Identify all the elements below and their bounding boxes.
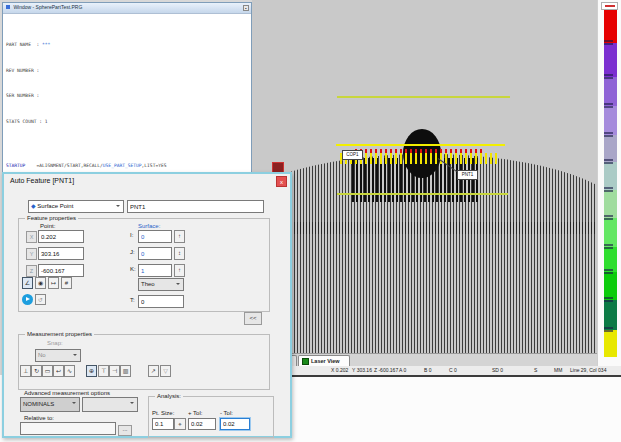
browse-button[interactable]: ... xyxy=(118,425,132,436)
filter-icon[interactable]: ▽ xyxy=(160,365,171,377)
pattern-grid-icon[interactable]: # xyxy=(61,277,72,289)
scan-point-cloud-field xyxy=(252,222,597,353)
surface-vector-icon[interactable]: ↑ xyxy=(174,230,185,243)
feature-properties-label: Feature properties xyxy=(25,215,78,221)
color-band xyxy=(604,135,617,162)
code-line: SER NUMBER : xyxy=(6,93,251,99)
color-band xyxy=(604,300,617,330)
feature-type-dropdown[interactable]: ◆ Surface Point xyxy=(28,200,124,213)
status-item: MM xyxy=(554,367,562,373)
advanced-options-label: Advanced measurement options xyxy=(24,390,110,396)
find-nominal-icon[interactable]: ◉ xyxy=(35,277,46,289)
histogram-icon[interactable]: ▥ xyxy=(120,365,131,377)
scan-path-line-bottom xyxy=(337,193,508,195)
close-icon[interactable]: x xyxy=(276,176,287,187)
view-tab-strip: Live View Laser View xyxy=(252,353,598,367)
plus-tol-input[interactable] xyxy=(188,418,216,430)
pt-size-label: Pt. Size: xyxy=(152,410,174,416)
snap-label: Snap: xyxy=(47,340,63,346)
scale-header-box xyxy=(601,2,618,10)
relative-to-input[interactable] xyxy=(20,422,116,435)
minus-tol-input[interactable] xyxy=(220,418,250,430)
program-icon xyxy=(6,5,10,9)
auto-feature-dialog: Auto Feature [PNT1] x ◆ Surface Point Fe… xyxy=(2,172,292,438)
color-band xyxy=(604,43,617,77)
test-execute-button[interactable] xyxy=(22,294,33,305)
x-axis-button[interactable]: X xyxy=(26,231,37,243)
color-band xyxy=(604,77,617,106)
rescan-icon[interactable]: ↻ xyxy=(31,365,42,377)
measure-order-icon[interactable]: ∠ xyxy=(22,277,33,289)
snap-point-icon[interactable]: ↦ xyxy=(48,277,59,289)
region-icon[interactable]: ▭ xyxy=(42,365,53,377)
snap-dropdown[interactable]: No xyxy=(35,349,81,362)
status-item: B 0 xyxy=(424,367,432,373)
snap-value: No xyxy=(38,352,46,358)
flip-vector-icon[interactable]: ↕ xyxy=(174,247,185,260)
touch-point-icon[interactable]: ⊤ xyxy=(98,365,109,377)
status-item: Z -600.167 xyxy=(374,367,398,373)
retest-button[interactable]: ↺ xyxy=(35,294,46,305)
feature-name-input[interactable] xyxy=(127,200,264,213)
code-line: REV NUMBER : xyxy=(6,68,251,74)
window-menu-button[interactable]: ▪ xyxy=(243,5,249,11)
pt-size-input[interactable] xyxy=(152,418,174,430)
scan-path-line-top xyxy=(337,96,510,98)
probe-trigger-icon[interactable]: ⊥ xyxy=(20,365,31,377)
z-value-input[interactable] xyxy=(38,264,84,277)
tab-laser-view-label: Laser View xyxy=(311,358,340,364)
nominals-dropdown[interactable]: NOMINALS xyxy=(20,397,80,412)
relative-to-label: Relative to: xyxy=(24,415,54,421)
program-code[interactable]: PART NAME : *** REV NUMBER : SER NUMBER … xyxy=(3,14,251,173)
k-label: K: xyxy=(130,266,136,272)
nominal-mode-dropdown[interactable] xyxy=(82,397,138,412)
nominals-value: NOMINALS xyxy=(23,401,54,407)
laser-view-icon xyxy=(302,358,309,365)
color-band xyxy=(604,330,617,357)
status-bar: X 0.202 Y 303.16 Z -600.167 A 0 B 0 C 0 … xyxy=(252,366,621,377)
edit-window-titlebar: Window - SpherePartTest.PRG ▪ xyxy=(3,3,251,14)
color-band xyxy=(604,218,617,247)
theo-dropdown[interactable]: Theo xyxy=(138,278,184,291)
code-line: STATS COUNT : 1 xyxy=(6,119,251,125)
waveform-icon[interactable]: ∿ xyxy=(64,365,75,377)
status-item: X 0.202 xyxy=(331,367,348,373)
minus-tol-label: - Tol: xyxy=(220,410,233,416)
t-value-input[interactable] xyxy=(138,295,184,308)
offset-icon[interactable]: ⊣ xyxy=(109,365,120,377)
target-icon[interactable]: ⊕ xyxy=(86,365,97,377)
theo-value: Theo xyxy=(141,281,155,287)
status-item: SD 0 xyxy=(492,367,503,373)
status-item: C 0 xyxy=(449,367,457,373)
laser-graphics-view[interactable]: COP1 PNT1 xyxy=(252,0,598,353)
deviation-color-bar[interactable] xyxy=(604,10,617,357)
cop1-feature-label[interactable]: COP1 xyxy=(342,150,363,160)
status-item: S xyxy=(534,367,537,373)
y-value-input[interactable] xyxy=(38,247,84,260)
analysis-label: Analysis: xyxy=(155,393,183,399)
laser-stripe-line xyxy=(336,144,505,146)
magnifier-icon[interactable]: ⌖ xyxy=(174,418,186,430)
edit-window[interactable]: Window - SpherePartTest.PRG ▪ PART NAME … xyxy=(2,2,252,173)
i-label: I: xyxy=(130,232,133,238)
return-path-icon[interactable]: ↩ xyxy=(53,365,64,377)
plus-tol-label: + Tol: xyxy=(188,410,202,416)
i-value-input[interactable] xyxy=(138,230,172,243)
color-band xyxy=(604,162,617,190)
collapse-button[interactable]: << xyxy=(244,312,262,325)
code-line: STARTUP =ALIGNMENT/START,RECALL/USE_PART… xyxy=(6,163,251,169)
color-band xyxy=(604,10,617,43)
z-axis-button[interactable]: Z xyxy=(26,265,37,277)
status-item: Line 29, Col 034 xyxy=(570,367,606,373)
k-value-input[interactable] xyxy=(138,264,172,277)
edit-window-title: Window - SpherePartTest.PRG xyxy=(13,4,82,10)
x-value-input[interactable] xyxy=(38,230,84,243)
t-label: T: xyxy=(130,297,135,303)
j-value-input[interactable] xyxy=(138,247,172,260)
point-label: Point: xyxy=(40,223,55,229)
surface-point-icon: ◆ xyxy=(31,203,36,209)
y-axis-button[interactable]: Y xyxy=(26,248,37,260)
align-vector-icon[interactable]: ↑ xyxy=(174,264,185,277)
pnt1-feature-label[interactable]: PNT1 xyxy=(457,170,478,180)
vector-jump-icon[interactable]: ↗ xyxy=(148,365,159,377)
